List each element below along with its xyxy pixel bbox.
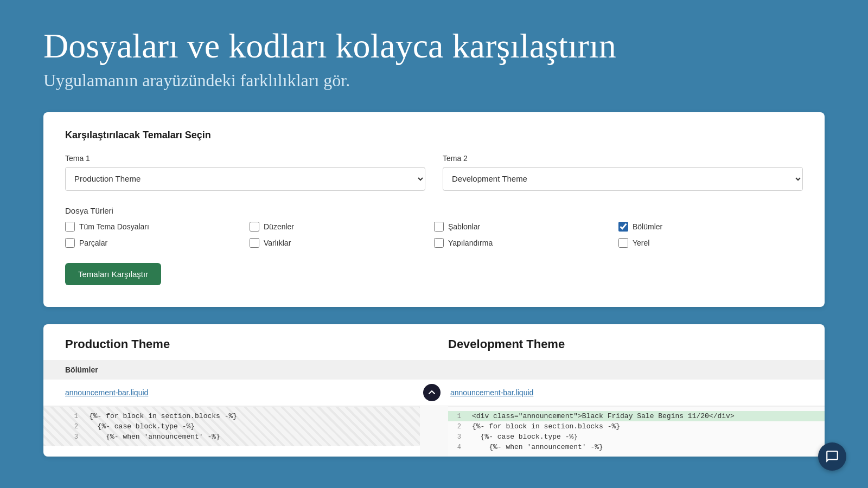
right-theme-title: Development Theme bbox=[448, 337, 803, 360]
checkboxes-grid: Tüm Tema Dosyaları Düzenler Şablonlar Bö… bbox=[65, 222, 803, 248]
left-line-1: 1 {%- for block in section.blocks -%} bbox=[65, 411, 420, 421]
right-code-area: 1 <div class="announcement">Black Friday… bbox=[448, 406, 825, 457]
right-code-block: 1 <div class="announcement">Black Friday… bbox=[448, 411, 825, 452]
checkbox-locales-input[interactable] bbox=[618, 238, 628, 248]
hero-title: Dosyaları ve kodları kolayca karşılaştır… bbox=[43, 26, 825, 66]
right-line-num-2: 2 bbox=[448, 422, 468, 431]
checkbox-locales[interactable]: Yerel bbox=[618, 238, 803, 248]
theme1-select[interactable]: Production Theme Development Theme Stagi… bbox=[65, 167, 425, 191]
right-line-content-1: <div class="announcement">Black Friday S… bbox=[468, 412, 825, 420]
toggle-button[interactable] bbox=[423, 384, 441, 401]
file-types-title: Dosya Türleri bbox=[65, 206, 803, 215]
checkbox-locales-label: Yerel bbox=[633, 239, 649, 247]
compare-button[interactable]: Temaları Karşılaştır bbox=[65, 263, 161, 285]
results-card: Production Theme Development Theme Bölüm… bbox=[43, 324, 825, 457]
checkbox-all-input[interactable] bbox=[65, 222, 75, 232]
checkbox-assets-label: Varlıklar bbox=[264, 239, 291, 247]
checkbox-config-input[interactable] bbox=[434, 238, 444, 248]
right-line-num-3: 3 bbox=[448, 433, 468, 441]
header-divider bbox=[420, 337, 448, 360]
chat-button[interactable] bbox=[818, 442, 846, 471]
right-diff-side: 1 <div class="announcement">Black Friday… bbox=[448, 406, 825, 457]
checkbox-templates-label: Şablonlar bbox=[448, 222, 480, 231]
theme2-selector: Tema 2 Production Theme Development Them… bbox=[443, 154, 803, 191]
right-line-1: 1 <div class="announcement">Black Friday… bbox=[448, 411, 825, 421]
checkbox-snippets-input[interactable] bbox=[65, 238, 75, 248]
checkbox-config-label: Yapılandırma bbox=[448, 239, 493, 247]
file-row: announcement-bar.liquid announcement-bar… bbox=[43, 380, 825, 406]
left-line-content-2: {%- case block.type -%} bbox=[85, 422, 420, 431]
themes-row: Tema 1 Production Theme Development Them… bbox=[65, 154, 803, 191]
chevron-up-icon bbox=[428, 389, 436, 396]
left-line-2: 2 {%- case block.type -%} bbox=[65, 421, 420, 432]
hero-subtitle: Uygulamanın arayüzündeki farklılıkları g… bbox=[43, 70, 825, 91]
left-line-num-2: 2 bbox=[65, 422, 85, 431]
right-line-num-4: 4 bbox=[448, 443, 468, 451]
right-line-content-3: {%- case block.type -%} bbox=[468, 433, 825, 441]
checkbox-config[interactable]: Yapılandırma bbox=[434, 238, 618, 248]
theme1-label: Tema 1 bbox=[65, 154, 425, 163]
left-line-3: 3 {%- when 'announcement' -%} bbox=[65, 432, 420, 442]
checkbox-templates[interactable]: Şablonlar bbox=[434, 222, 618, 232]
left-code-area: 1 {%- for block in section.blocks -%} 2 … bbox=[43, 406, 420, 446]
toggle-area bbox=[418, 384, 446, 401]
hero-section: Dosyaları ve kodları kolayca karşılaştır… bbox=[0, 0, 868, 112]
right-line-3: 3 {%- case block.type -%} bbox=[448, 432, 825, 442]
chat-icon bbox=[825, 450, 839, 464]
sections-header: Bölümler bbox=[43, 360, 825, 380]
left-line-content-1: {%- for block in section.blocks -%} bbox=[85, 412, 420, 420]
checkbox-layouts-input[interactable] bbox=[250, 222, 259, 232]
theme2-label: Tema 2 bbox=[443, 154, 803, 163]
checkbox-snippets[interactable]: Parçalar bbox=[65, 238, 250, 248]
checkbox-sections-input[interactable] bbox=[618, 222, 628, 232]
checkbox-assets-input[interactable] bbox=[250, 238, 259, 248]
form-card: Karşılaştırılacak Temaları Seçin Tema 1 … bbox=[43, 112, 825, 307]
left-line-num-1: 1 bbox=[65, 412, 85, 420]
left-line-num-3: 3 bbox=[65, 433, 85, 441]
right-file-link[interactable]: announcement-bar.liquid bbox=[446, 388, 803, 397]
checkbox-sections-label: Bölümler bbox=[633, 222, 662, 231]
checkbox-layouts-label: Düzenler bbox=[264, 222, 294, 231]
checkbox-layouts[interactable]: Düzenler bbox=[250, 222, 434, 232]
checkbox-sections[interactable]: Bölümler bbox=[618, 222, 803, 232]
theme1-selector: Tema 1 Production Theme Development Them… bbox=[65, 154, 425, 191]
file-types-section: Dosya Türleri Tüm Tema Dosyaları Düzenle… bbox=[65, 206, 803, 248]
right-line-content-4: {%- when 'announcement' -%} bbox=[468, 443, 825, 451]
left-theme-title: Production Theme bbox=[65, 337, 420, 360]
left-code-block: 1 {%- for block in section.blocks -%} 2 … bbox=[65, 411, 420, 442]
right-line-4: 4 {%- when 'announcement' -%} bbox=[448, 442, 825, 452]
checkbox-all[interactable]: Tüm Tema Dosyaları bbox=[65, 222, 250, 232]
diff-container: 1 {%- for block in section.blocks -%} 2 … bbox=[43, 406, 825, 457]
right-line-content-2: {%- for block in section.blocks -%} bbox=[468, 422, 825, 431]
checkbox-snippets-label: Parçalar bbox=[79, 239, 107, 247]
checkbox-assets[interactable]: Varlıklar bbox=[250, 238, 434, 248]
checkbox-templates-input[interactable] bbox=[434, 222, 444, 232]
theme2-select[interactable]: Production Theme Development Theme Stagi… bbox=[443, 167, 803, 191]
left-diff-side: 1 {%- for block in section.blocks -%} 2 … bbox=[43, 406, 420, 457]
diff-divider bbox=[420, 406, 448, 457]
left-file-link[interactable]: announcement-bar.liquid bbox=[65, 388, 418, 397]
left-line-content-3: {%- when 'announcement' -%} bbox=[85, 433, 420, 441]
right-line-2: 2 {%- for block in section.blocks -%} bbox=[448, 421, 825, 432]
results-header: Production Theme Development Theme bbox=[43, 324, 825, 360]
right-line-num-1: 1 bbox=[448, 412, 468, 420]
card-title: Karşılaştırılacak Temaları Seçin bbox=[65, 130, 803, 141]
checkbox-all-label: Tüm Tema Dosyaları bbox=[79, 222, 149, 231]
